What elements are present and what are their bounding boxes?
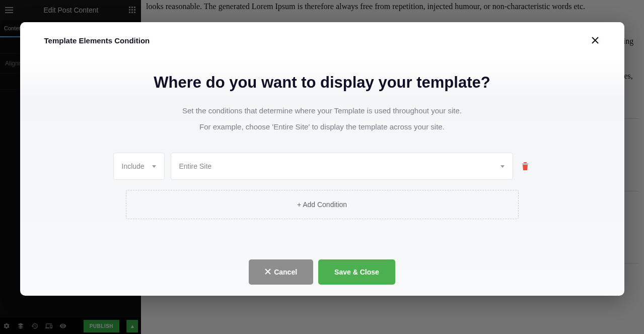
modal-header: Template Elements Condition [20, 22, 624, 57]
include-value: Include [122, 162, 145, 170]
modal-header-title: Template Elements Condition [44, 36, 150, 45]
chevron-down-icon [152, 165, 156, 168]
subtitle-line: Set the conditions that determine where … [44, 103, 600, 119]
save-label: Save & Close [334, 268, 379, 276]
include-select[interactable]: Include [113, 153, 165, 180]
modal-footer: Cancel Save & Close [20, 229, 624, 296]
cancel-label: Cancel [274, 268, 297, 276]
add-condition-label: + Add Condition [297, 201, 347, 209]
chevron-down-icon [500, 165, 505, 168]
add-condition-button[interactable]: + Add Condition [126, 190, 519, 219]
modal-body: Where do you want to display your templa… [20, 57, 624, 229]
trash-icon [522, 162, 529, 170]
modal-subtitle: Set the conditions that determine where … [44, 103, 600, 135]
modal-title: Where do you want to display your templa… [44, 74, 600, 92]
delete-condition-button[interactable] [519, 160, 531, 172]
location-value: Entire Site [179, 162, 212, 170]
close-icon[interactable] [590, 35, 600, 45]
conditions-modal: Template Elements Condition Where do you… [20, 22, 624, 296]
subtitle-line: For example, choose 'Entire Site' to dis… [44, 119, 600, 135]
condition-row: Include Entire Site [113, 153, 531, 180]
cancel-button[interactable]: Cancel [249, 259, 313, 285]
save-button[interactable]: Save & Close [318, 259, 395, 285]
location-select[interactable]: Entire Site [171, 153, 513, 180]
close-icon [265, 268, 271, 276]
